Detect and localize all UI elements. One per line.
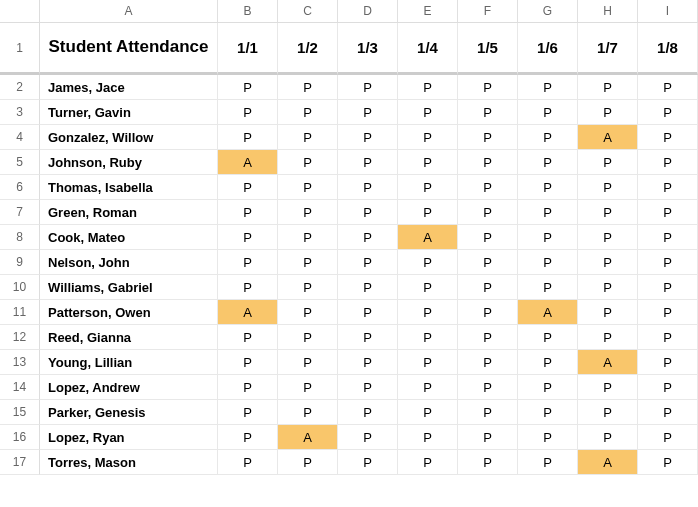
column-header-G[interactable]: G bbox=[518, 0, 578, 23]
attendance-cell[interactable]: P bbox=[518, 325, 578, 350]
attendance-cell[interactable]: P bbox=[398, 250, 458, 275]
attendance-cell[interactable]: P bbox=[638, 75, 698, 100]
row-header-13[interactable]: 13 bbox=[0, 350, 40, 375]
attendance-cell[interactable]: P bbox=[278, 250, 338, 275]
attendance-cell[interactable]: P bbox=[458, 75, 518, 100]
attendance-cell[interactable]: P bbox=[338, 225, 398, 250]
attendance-cell[interactable]: P bbox=[218, 425, 278, 450]
date-header[interactable]: 1/7 bbox=[578, 23, 638, 75]
attendance-cell[interactable]: P bbox=[638, 200, 698, 225]
attendance-cell[interactable]: P bbox=[518, 350, 578, 375]
attendance-cell[interactable]: P bbox=[278, 400, 338, 425]
attendance-cell[interactable]: P bbox=[458, 175, 518, 200]
attendance-cell[interactable]: P bbox=[218, 450, 278, 475]
attendance-cell[interactable]: P bbox=[578, 250, 638, 275]
attendance-cell[interactable]: P bbox=[458, 350, 518, 375]
attendance-cell[interactable]: P bbox=[578, 300, 638, 325]
attendance-cell[interactable]: P bbox=[338, 250, 398, 275]
row-header-2[interactable]: 2 bbox=[0, 75, 40, 100]
attendance-cell[interactable]: A bbox=[578, 125, 638, 150]
attendance-cell[interactable]: P bbox=[398, 100, 458, 125]
attendance-cell[interactable]: A bbox=[398, 225, 458, 250]
student-name[interactable]: Lopez, Ryan bbox=[40, 425, 218, 450]
attendance-cell[interactable]: P bbox=[218, 250, 278, 275]
column-header-D[interactable]: D bbox=[338, 0, 398, 23]
attendance-cell[interactable]: P bbox=[338, 325, 398, 350]
attendance-cell[interactable]: P bbox=[458, 400, 518, 425]
attendance-cell[interactable]: P bbox=[278, 175, 338, 200]
attendance-cell[interactable]: P bbox=[398, 300, 458, 325]
date-header[interactable]: 1/6 bbox=[518, 23, 578, 75]
column-header-B[interactable]: B bbox=[218, 0, 278, 23]
student-name[interactable]: Turner, Gavin bbox=[40, 100, 218, 125]
date-header[interactable]: 1/5 bbox=[458, 23, 518, 75]
row-header-15[interactable]: 15 bbox=[0, 400, 40, 425]
attendance-cell[interactable]: P bbox=[518, 450, 578, 475]
student-name[interactable]: Torres, Mason bbox=[40, 450, 218, 475]
attendance-cell[interactable]: P bbox=[338, 275, 398, 300]
attendance-cell[interactable]: P bbox=[338, 125, 398, 150]
attendance-cell[interactable]: P bbox=[458, 275, 518, 300]
attendance-cell[interactable]: P bbox=[578, 75, 638, 100]
student-name[interactable]: Cook, Mateo bbox=[40, 225, 218, 250]
attendance-cell[interactable]: P bbox=[338, 300, 398, 325]
student-name[interactable]: Thomas, Isabella bbox=[40, 175, 218, 200]
attendance-cell[interactable]: A bbox=[278, 425, 338, 450]
attendance-cell[interactable]: P bbox=[638, 375, 698, 400]
attendance-cell[interactable]: P bbox=[578, 275, 638, 300]
attendance-cell[interactable]: P bbox=[458, 150, 518, 175]
spreadsheet-grid[interactable]: ABCDEFGHI1Student Attendance1/11/21/31/4… bbox=[0, 0, 698, 475]
student-name[interactable]: Lopez, Andrew bbox=[40, 375, 218, 400]
attendance-cell[interactable]: P bbox=[638, 275, 698, 300]
column-header-A[interactable]: A bbox=[40, 0, 218, 23]
student-name[interactable]: Reed, Gianna bbox=[40, 325, 218, 350]
attendance-cell[interactable]: P bbox=[398, 75, 458, 100]
attendance-cell[interactable]: P bbox=[398, 400, 458, 425]
attendance-cell[interactable]: P bbox=[518, 375, 578, 400]
row-header-6[interactable]: 6 bbox=[0, 175, 40, 200]
column-header-H[interactable]: H bbox=[578, 0, 638, 23]
attendance-cell[interactable]: P bbox=[458, 300, 518, 325]
attendance-cell[interactable]: P bbox=[278, 75, 338, 100]
attendance-cell[interactable]: P bbox=[278, 150, 338, 175]
attendance-cell[interactable]: A bbox=[578, 450, 638, 475]
attendance-cell[interactable]: P bbox=[278, 375, 338, 400]
attendance-cell[interactable]: P bbox=[518, 175, 578, 200]
column-header-F[interactable]: F bbox=[458, 0, 518, 23]
attendance-cell[interactable]: P bbox=[578, 225, 638, 250]
row-header-1[interactable]: 1 bbox=[0, 23, 40, 75]
attendance-cell[interactable]: P bbox=[458, 325, 518, 350]
attendance-cell[interactable]: P bbox=[578, 425, 638, 450]
attendance-cell[interactable]: P bbox=[518, 250, 578, 275]
attendance-cell[interactable]: A bbox=[218, 300, 278, 325]
attendance-cell[interactable]: P bbox=[638, 450, 698, 475]
student-name[interactable]: Johnson, Ruby bbox=[40, 150, 218, 175]
attendance-cell[interactable]: P bbox=[578, 100, 638, 125]
attendance-cell[interactable]: P bbox=[338, 375, 398, 400]
column-header-I[interactable]: I bbox=[638, 0, 698, 23]
student-name[interactable]: Williams, Gabriel bbox=[40, 275, 218, 300]
row-header-11[interactable]: 11 bbox=[0, 300, 40, 325]
attendance-cell[interactable]: P bbox=[518, 100, 578, 125]
row-header-9[interactable]: 9 bbox=[0, 250, 40, 275]
student-name[interactable]: Young, Lillian bbox=[40, 350, 218, 375]
attendance-cell[interactable]: P bbox=[638, 300, 698, 325]
student-name[interactable]: Green, Roman bbox=[40, 200, 218, 225]
attendance-cell[interactable]: P bbox=[638, 125, 698, 150]
attendance-cell[interactable]: P bbox=[518, 150, 578, 175]
attendance-cell[interactable]: P bbox=[278, 300, 338, 325]
attendance-cell[interactable]: P bbox=[278, 200, 338, 225]
row-header-5[interactable]: 5 bbox=[0, 150, 40, 175]
attendance-cell[interactable]: P bbox=[518, 225, 578, 250]
student-name[interactable]: Parker, Genesis bbox=[40, 400, 218, 425]
attendance-cell[interactable]: P bbox=[218, 400, 278, 425]
attendance-cell[interactable]: P bbox=[278, 275, 338, 300]
student-name[interactable]: James, Jace bbox=[40, 75, 218, 100]
attendance-cell[interactable]: P bbox=[638, 100, 698, 125]
attendance-cell[interactable]: P bbox=[518, 200, 578, 225]
student-name[interactable]: Gonzalez, Willow bbox=[40, 125, 218, 150]
attendance-cell[interactable]: P bbox=[338, 150, 398, 175]
attendance-cell[interactable]: P bbox=[638, 425, 698, 450]
attendance-cell[interactable]: P bbox=[638, 325, 698, 350]
attendance-cell[interactable]: P bbox=[278, 325, 338, 350]
